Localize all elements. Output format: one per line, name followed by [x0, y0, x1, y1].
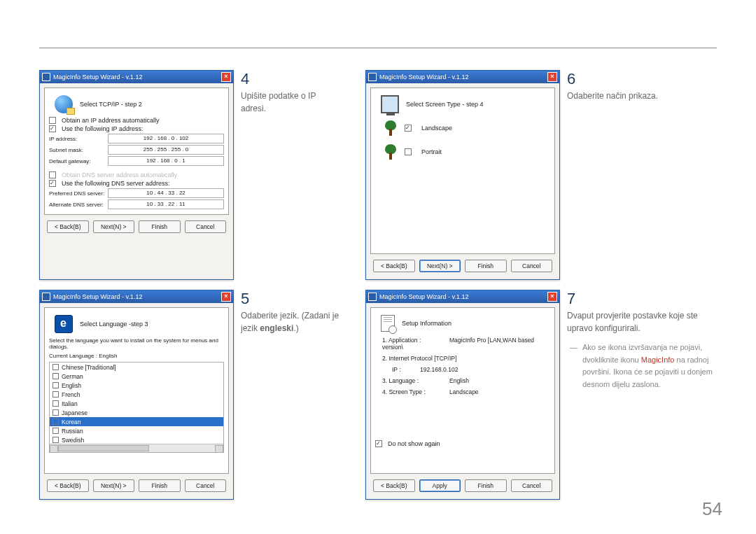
titlebar: MagicInfo Setup Wizard - v.1.12 ×	[366, 71, 559, 83]
close-icon[interactable]: ×	[547, 72, 557, 82]
step-text: Odaberite jezik. (Zadani je jezik engles…	[241, 308, 342, 335]
tcpip-panel: Select TCP/IP - step 2 Obtain an IP addr…	[44, 87, 229, 215]
next-button[interactable]: Next(N) >	[93, 479, 135, 492]
label: Landscape	[421, 125, 452, 132]
step-number: 4	[241, 70, 256, 88]
app-icon	[42, 293, 50, 301]
close-icon[interactable]: ×	[221, 72, 231, 82]
cancel-button[interactable]: Cancel	[511, 479, 553, 492]
checkbox[interactable]	[405, 148, 412, 155]
language-list[interactable]: Chinese [Traditional] German English Fre…	[49, 362, 224, 453]
label: Obtain DNS server address automatically	[62, 171, 177, 178]
back-button[interactable]: < Back(B)	[373, 479, 415, 492]
checkbox[interactable]	[405, 125, 412, 132]
titlebar: MagicInfo Setup Wizard - v.1.12 ×	[40, 290, 233, 303]
divider	[39, 48, 717, 48]
wizard-summary: MagicInfo Setup Wizard - v.1.12 × Setup …	[365, 290, 560, 500]
app-icon	[368, 73, 377, 81]
label: Do not show again	[388, 440, 440, 447]
intro-text: Select the language you want to install …	[49, 337, 224, 350]
browser-icon	[55, 315, 73, 333]
finish-button[interactable]: Finish	[139, 220, 181, 233]
finish-button[interactable]: Finish	[139, 479, 181, 492]
label: Alternate DNS server:	[49, 202, 105, 208]
checkbox[interactable]	[49, 125, 56, 132]
step-4: 4 Upišite podatke o IP adresi.	[241, 70, 360, 280]
label: IP address:	[49, 136, 105, 142]
ip-field[interactable]: 192 . 168 . 0 . 102	[108, 134, 224, 143]
app-icon	[368, 293, 377, 301]
step-text: Upišite podatke o IP adresi.	[241, 88, 342, 115]
document-icon	[381, 315, 395, 332]
wizard-screen-type: MagicInfo Setup Wizard - v.1.12 × Select…	[365, 70, 560, 280]
panel-title: Select Screen Type - step 4	[406, 101, 483, 108]
apply-button[interactable]: Apply	[419, 479, 461, 492]
checkbox[interactable]	[49, 117, 56, 124]
label: Default gateway:	[49, 158, 105, 164]
step-7: 7 Dvaput provjerite postavke koje ste up…	[567, 290, 728, 500]
checkbox[interactable]	[49, 180, 56, 187]
alt-dns-field[interactable]: 10 . 33 . 22 . 11	[108, 199, 224, 209]
lang-panel: Select Language -step 3 Select the langu…	[44, 307, 229, 474]
step-number: 5	[241, 290, 256, 308]
step-6: 6 Odaberite način prikaza.	[567, 70, 728, 280]
tree-icon	[384, 144, 398, 160]
close-icon[interactable]: ×	[547, 292, 557, 302]
page-number: 54	[702, 498, 722, 520]
label: Use the following DNS server address:	[62, 180, 170, 187]
window-title: MagicInfo Setup Wizard - v.1.12	[53, 73, 221, 80]
window-title: MagicInfo Setup Wizard - v.1.12	[53, 293, 221, 300]
titlebar: MagicInfo Setup Wizard - v.1.12 ×	[366, 290, 559, 303]
app-icon	[42, 73, 50, 81]
wizard-tcpip: MagicInfo Setup Wizard - v.1.12 × Select…	[39, 70, 234, 280]
checkbox[interactable]	[375, 440, 382, 447]
close-icon[interactable]: ×	[221, 292, 231, 302]
summary-panel: Setup Information 1. Application :MagicI…	[370, 307, 555, 474]
cancel-button[interactable]: Cancel	[185, 479, 227, 492]
label: Obtain an IP address automatically	[62, 117, 159, 124]
pref-dns-field[interactable]: 10 . 44 . 33 . 22	[108, 188, 224, 198]
step-number: 6	[567, 70, 582, 88]
window-title: MagicInfo Setup Wizard - v.1.12	[379, 293, 547, 300]
subnet-field[interactable]: 255 . 255 . 255 . 0	[108, 145, 224, 155]
back-button[interactable]: < Back(B)	[47, 220, 89, 233]
label: Preferred DNS server:	[49, 190, 105, 197]
back-button[interactable]: < Back(B)	[373, 260, 415, 272]
screen-panel: Select Screen Type - step 4 Landscape Po…	[370, 87, 555, 254]
titlebar: MagicInfo Setup Wizard - v.1.12 ×	[40, 71, 233, 83]
wizard-language: MagicInfo Setup Wizard - v.1.12 × Select…	[39, 290, 234, 500]
current-language: Current Language : English	[49, 351, 224, 360]
label: Portrait	[421, 148, 442, 155]
panel-title: Setup Information	[402, 320, 451, 327]
step-text: Odaberite način prikaza.	[567, 88, 710, 102]
step-text: Dvaput provjerite postavke koje ste upra…	[567, 308, 710, 335]
gateway-field[interactable]: 192 . 168 . 0 . 1	[108, 156, 224, 166]
note: Ako se ikona izvršavanja ne pojavi, dvok…	[567, 342, 728, 391]
label: Use the following IP address:	[62, 125, 143, 132]
step-5: 5 Odaberite jezik. (Zadani je jezik engl…	[241, 290, 360, 500]
next-button[interactable]: Next(N) >	[93, 220, 135, 233]
globe-icon	[55, 95, 73, 113]
tree-icon	[384, 120, 398, 136]
label: Subnet mask:	[49, 147, 105, 153]
cancel-button[interactable]: Cancel	[511, 260, 553, 272]
checkbox	[49, 171, 56, 178]
finish-button[interactable]: Finish	[465, 260, 507, 272]
panel-title: Select Language -step 3	[80, 321, 148, 328]
back-button[interactable]: < Back(B)	[47, 479, 89, 492]
next-button[interactable]: Next(N) >	[419, 260, 461, 272]
finish-button[interactable]: Finish	[465, 479, 507, 492]
content-grid: MagicInfo Setup Wizard - v.1.12 × Select…	[39, 70, 717, 500]
step-number: 7	[567, 290, 582, 308]
window-title: MagicInfo Setup Wizard - v.1.12	[379, 73, 547, 80]
cancel-button[interactable]: Cancel	[185, 220, 227, 233]
monitor-icon	[381, 95, 399, 113]
scrollbar[interactable]	[50, 444, 223, 452]
panel-title: Select TCP/IP - step 2	[80, 101, 142, 108]
